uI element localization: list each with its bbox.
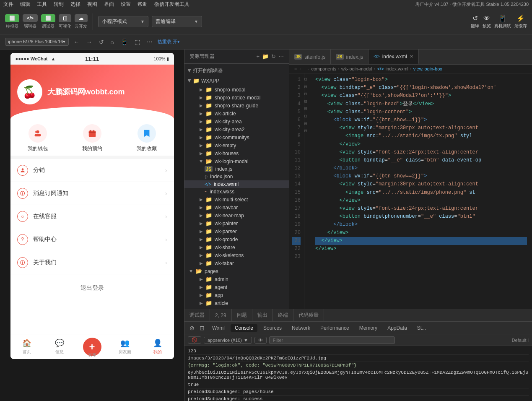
compile-select[interactable]: 普通编译 ▼ bbox=[152, 16, 202, 27]
nav-messages[interactable]: 💬 信息 bbox=[43, 334, 76, 359]
menu-item-service[interactable]: ○ 在线客服 › bbox=[10, 205, 174, 228]
devtools-tab-more[interactable]: St... bbox=[413, 324, 430, 332]
devtools-pin-btn[interactable]: ⊡ bbox=[198, 324, 206, 332]
menu-interface[interactable]: 界面 bbox=[104, 1, 114, 8]
code-content[interactable]: <view class="login-box"> <view bindtap="… bbox=[310, 73, 532, 309]
console-clear-btn[interactable]: 🚫 bbox=[188, 336, 201, 344]
tree-item-index-wxss[interactable]: ~ index.wxss bbox=[184, 188, 289, 195]
menu-wechat[interactable]: 微信开发者工具 bbox=[154, 1, 189, 8]
devtools-tab-appdata[interactable]: AppData bbox=[383, 324, 411, 332]
realdebug-btn[interactable]: 📱 真机调试 bbox=[494, 14, 511, 29]
bottom-tab-position[interactable]: 2, 29 bbox=[210, 309, 232, 321]
tab-index-wxml[interactable]: </> index.wxml ✕ bbox=[369, 49, 419, 64]
devtools-tab-wxml[interactable]: Wxml bbox=[208, 324, 229, 332]
refresh-tree-icon[interactable]: ↻ bbox=[271, 53, 276, 60]
tree-item-article[interactable]: ▶ 📁 article bbox=[184, 299, 289, 307]
console-filter-input[interactable] bbox=[269, 336, 395, 344]
tree-item-wk-skeletons[interactable]: ▶ 📁 wk-skeletons bbox=[184, 251, 289, 259]
go-forward-btn[interactable]: → bbox=[85, 38, 94, 46]
open-editors-section[interactable]: ▶ 打开的编辑器 bbox=[184, 65, 289, 76]
nav-mine[interactable]: 👤 我的 bbox=[141, 334, 174, 359]
devtools-tab-performance[interactable]: Performance bbox=[316, 324, 353, 332]
menu-item-distribution[interactable]: 分销 › bbox=[10, 159, 174, 182]
tree-item-wk-city-area[interactable]: ▶ 📁 wk-city-area bbox=[184, 117, 289, 125]
tree-item-wk-painter[interactable]: ▶ 📁 wk-painter bbox=[184, 219, 289, 227]
tree-item-index-js[interactable]: JS index.js bbox=[184, 165, 289, 173]
collapse-tree-icon[interactable]: ⋯ bbox=[278, 53, 284, 60]
devtools-clear-btn[interactable]: ⊘ bbox=[188, 324, 196, 332]
menu-item-notify[interactable]: ⓘ 消息订阅通知 › bbox=[10, 182, 174, 205]
hot-reload-link[interactable]: 热重载 开▾ bbox=[158, 39, 180, 45]
nav-home[interactable]: 🏠 首页 bbox=[10, 334, 43, 359]
devtools-tab-sources[interactable]: Sources bbox=[259, 324, 286, 332]
breadcrumb-back[interactable]: ← bbox=[298, 66, 303, 71]
breadcrumb-forward[interactable]: → bbox=[305, 66, 309, 71]
tree-item-shopro-modal[interactable]: ▶ 📁 shopro-modal bbox=[184, 86, 289, 94]
devtools-tab-memory[interactable]: Memory bbox=[355, 324, 381, 332]
tree-item-wk-navbar[interactable]: ▶ 📁 wk-navbar bbox=[184, 203, 289, 211]
tree-item-wk-houses[interactable]: ▶ 📁 wk-houses bbox=[184, 149, 289, 157]
phone-rotate-btn[interactable]: 📱 bbox=[119, 38, 130, 46]
menu-view[interactable]: 视图 bbox=[87, 1, 97, 8]
tree-item-shopro-share-guide[interactable]: ▶ 📁 shopro-share-guide bbox=[184, 102, 289, 109]
device-select[interactable]: iphone 6/7/8 Plus 100% 16▾ bbox=[5, 38, 69, 46]
bottom-tab-problems[interactable]: 问题 bbox=[232, 309, 252, 321]
logout-button[interactable]: 退出登录 bbox=[10, 278, 174, 299]
home-btn[interactable]: ⌂ bbox=[109, 38, 116, 46]
tree-item-wk-login-modal[interactable]: ▶ 📂 wk-login-modal bbox=[184, 157, 289, 165]
menu-select[interactable]: 选择 bbox=[70, 1, 80, 8]
appointment-action[interactable]: 我的预约 bbox=[65, 124, 119, 152]
tree-item-wk-share[interactable]: ▶ 📁 wk-share bbox=[184, 243, 289, 251]
menu-item-about[interactable]: ⓘ 关于我们 › bbox=[10, 251, 174, 274]
menu-file[interactable]: 文件 bbox=[3, 1, 13, 8]
tree-item-wk-parser[interactable]: ▶ 📁 wk-parser bbox=[184, 227, 289, 235]
tree-item-index-wxml[interactable]: </> index.wxml bbox=[184, 180, 289, 188]
cloud-btn[interactable]: ☁ 云开发 bbox=[75, 14, 88, 29]
refresh-btn[interactable]: ↺ 翻译 bbox=[471, 14, 479, 29]
code-editor[interactable]: 12345 678910 1112131415 1617181920 21 22… bbox=[289, 73, 532, 309]
menu-help[interactable]: 帮助 bbox=[138, 1, 148, 8]
tab-index-js[interactable]: JS index.js bbox=[331, 49, 369, 64]
menu-edit[interactable]: 编辑 bbox=[20, 1, 30, 8]
screenshot-btn[interactable]: ⬚ bbox=[133, 38, 142, 46]
menu-item-help[interactable]: ? 帮助中心 › bbox=[10, 228, 174, 251]
tree-item-pages[interactable]: ▶ 📂 pages bbox=[184, 267, 289, 275]
devtools-tab-console[interactable]: Console bbox=[231, 324, 257, 332]
tree-item-wk-multi-select[interactable]: ▶ 📁 wk-multi-select bbox=[184, 195, 289, 203]
console-eye-btn[interactable]: 👁 bbox=[254, 337, 267, 344]
menu-settings[interactable]: 设置 bbox=[121, 1, 131, 8]
tree-item-wk-qrcode[interactable]: ▶ 📁 wk-qrcode bbox=[184, 235, 289, 243]
tree-item-wk-article[interactable]: ▶ 📁 wk-article bbox=[184, 109, 289, 117]
menu-goto[interactable]: 转到 bbox=[54, 1, 64, 8]
tree-item-wk-tabar[interactable]: ▶ 📁 wk-tabar bbox=[184, 259, 289, 267]
nav-community[interactable]: 👥 房友圈 bbox=[109, 334, 141, 359]
bottom-tab-terminal[interactable]: 终端 bbox=[273, 309, 293, 321]
go-back-btn[interactable]: ← bbox=[72, 38, 81, 46]
tree-item-wk-communitys[interactable]: ▶ 📁 wk-communitys bbox=[184, 133, 289, 141]
tab-siteinfo-js[interactable]: JS siteinfo.js bbox=[289, 49, 331, 64]
editor-btn[interactable]: </> 编辑器 bbox=[23, 14, 38, 29]
close-tab-icon[interactable]: ✕ bbox=[410, 54, 413, 59]
debugger-btn[interactable]: ⬜ 调试器 bbox=[41, 14, 55, 29]
simulator-btn[interactable]: ⬜ 模拟器 bbox=[5, 14, 19, 29]
appservice-select[interactable]: appservice (#10) ▼ bbox=[204, 337, 252, 344]
wxapp-section[interactable]: ▶ 📁 WXAPP bbox=[184, 76, 289, 86]
wallet-action[interactable]: 我的钱包 bbox=[10, 124, 65, 152]
more-btn[interactable]: ⋯ bbox=[145, 38, 154, 46]
tree-item-wk-empty[interactable]: ▶ 📁 wk-empty bbox=[184, 141, 289, 149]
new-folder-icon[interactable]: 📁 bbox=[262, 53, 269, 60]
nav-publish[interactable]: + 发布 bbox=[76, 334, 109, 359]
bottom-tab-quality[interactable]: 代码质量 bbox=[293, 309, 324, 321]
new-file-icon[interactable]: + bbox=[256, 53, 260, 60]
bottom-tab-output[interactable]: 输出 bbox=[252, 309, 273, 321]
tree-item-wk-city-area2[interactable]: ▶ 📁 wk-city-area2 bbox=[184, 125, 289, 133]
preview-btn[interactable]: 👁 预览 bbox=[483, 15, 491, 29]
visual-btn[interactable]: ◫ 可视化 bbox=[59, 14, 71, 29]
reload-btn[interactable]: ↺ bbox=[97, 38, 106, 46]
tree-item-app[interactable]: ▶ 📁 app bbox=[184, 291, 289, 299]
tree-item-index-json[interactable]: {} index.json bbox=[184, 173, 289, 180]
tree-item-agent[interactable]: ▶ 📁 agent bbox=[184, 283, 289, 291]
mode-select[interactable]: 小程序模式 ▼ bbox=[98, 16, 148, 27]
tree-item-shopro-notice-modal[interactable]: ▶ 📁 shopro-notice-modal bbox=[184, 94, 289, 102]
menu-tools[interactable]: 工具 bbox=[37, 1, 47, 8]
